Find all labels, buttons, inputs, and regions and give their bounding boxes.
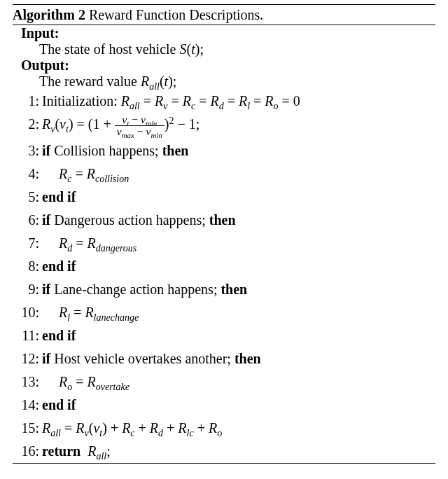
algorithm-title: Algorithm 2 Reward Function Descriptions… [13,5,435,25]
alg-line: if Lane-change action happens; then [22,278,435,301]
sym-t2: t [164,74,169,89]
cond-dangerous: Dangerous action happens; [54,212,209,228]
alg-line: end if [22,324,435,347]
cond-collision: Collision happens; [54,143,162,158]
alg-line: Rl = Rlanechange [22,301,435,324]
fraction: vt − vmin vmax − vmin [115,114,164,138]
output-text: The reward value Rall(t); [13,74,435,90]
input-text: The state of host vehicle S(t); [13,41,435,57]
kw-if: if [42,351,50,366]
init-pre: Initialization: [42,93,121,109]
alg-line: if Host vehicle overtakes another; then [22,347,435,370]
algorithm-label: Algorithm 2 [13,7,85,22]
sym-t: t [191,41,195,57]
alg-line: end if [22,394,435,417]
alg-line: Rc = Rcollision [22,162,435,186]
algorithm-block: Algorithm 2 Reward Function Descriptions… [13,4,435,464]
kw-then: then [209,212,236,228]
sym-S: S [180,41,187,57]
rule-bottom [13,463,435,464]
algorithm-lines: Initialization: Rall = Rv = Rc = Rd = Rl… [13,90,435,463]
input-post: ; [200,41,204,57]
alg-line: end if [22,255,435,278]
alg-line: if Collision happens; then [22,139,435,162]
kw-endif: end if [42,189,76,204]
alg-line: Rd = Rdangerous [22,232,435,255]
kw-then: then [162,143,189,158]
kw-endif: end if [42,397,76,412]
alg-line: return Rall; [22,440,435,463]
alg-line: if Dangerous action happens; then [22,209,435,232]
alg-line: Ro = Rovertake [22,370,435,394]
output-heading: Output: [13,57,435,74]
kw-endif: end if [42,328,76,343]
alg-line: end if [22,186,435,209]
kw-then: then [220,282,247,297]
input-heading: Input: [13,25,435,41]
output-pre: The reward value [39,74,141,89]
kw-if: if [42,143,50,158]
kw-if: if [42,212,50,228]
algorithm-name: Reward Function Descriptions. [89,7,263,22]
kw-then: then [234,351,261,366]
sym-R: R [141,74,149,89]
kw-if: if [42,282,50,297]
alg-line: Initialization: Rall = Rv = Rc = Rd = Rl… [22,90,435,113]
kw-endif: end if [42,258,76,274]
alg-line: Rall = Rv(vt) + Rc + Rd + Rlc + Ro [22,417,435,440]
cond-overtake: Host vehicle overtakes another; [54,351,234,366]
kw-return: return [42,443,80,459]
alg-line: Rv(vt) = (1 + vt − vmin vmax − vmin )2 −… [22,113,435,139]
cond-lanechange: Lane-change action happens; [54,282,220,297]
input-pre: The state of host vehicle [39,41,180,57]
output-post: ; [173,74,177,89]
